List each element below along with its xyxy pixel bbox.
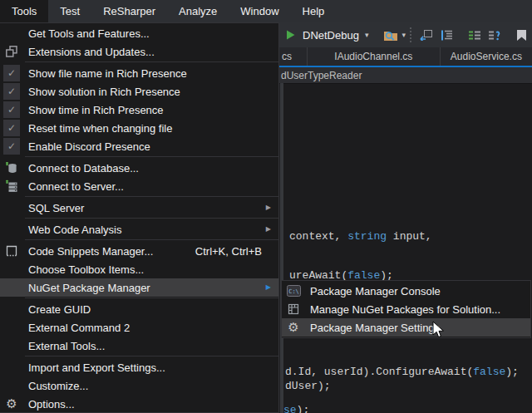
menu-item-web-code-analysis[interactable]: Web Code Analysis▶ [0,220,278,238]
menu-item-create-guid[interactable]: Create GUID [0,300,278,318]
menubar-item-analyze[interactable]: Analyze [167,0,229,22]
tab-iaudiochannel-cs[interactable]: IAudioChannel.cs [308,47,441,66]
menu-item-nuget-package-manager[interactable]: NuGet Package Manager▶ [0,278,278,297]
checkmark-icon: ✓ [3,101,20,118]
uncomment-icon [488,30,501,41]
menu-item-gutter [2,43,21,60]
menubar-item-label: Window [240,5,278,17]
menu-item-gutter [2,337,21,354]
menu-item-label: Options... [28,398,75,411]
menu-item-manage-nuget-packages-for-solution[interactable]: Manage NuGet Packages for Solution... [282,300,530,318]
submenu-arrow-icon: ▶ [266,284,271,291]
nuget-box-icon [287,302,300,316]
menu-item-get-tools-and-features[interactable]: Get Tools and Features... [0,24,278,42]
menu-item-gutter [2,25,21,42]
menu-item-label: Package Manager Console [310,285,441,297]
menu-separator [25,297,278,298]
menu-item-choose-toolbox-items[interactable]: Choose Toolbox Items... [0,260,278,278]
svg-text:C:\: C:\ [288,288,299,295]
menu-item-gutter [2,301,21,317]
menubar-item-resharper[interactable]: ReSharper [91,0,167,22]
menu-item-gutter [2,221,21,238]
menu-item-gutter: C:\ [284,283,303,299]
menu-item-gutter [2,319,21,336]
format-document-button[interactable] [437,25,456,45]
code-text: ); [505,366,519,378]
tab-label: IAudioChannel.cs [334,51,412,62]
tools-menu: Get Tools and Features...Extensions and … [0,22,279,413]
snippets-icon [5,244,18,258]
find-dropdown-caret[interactable]: ▾ [401,32,406,39]
breadcrumb-text: dUserTypeReader [281,70,362,81]
menubar-item-help[interactable]: Help [291,0,337,22]
menu-item-gutter [2,377,21,394]
code-text: dUser); [285,380,331,392]
editor-left-edge [280,83,283,413]
menu-item-code-snippets-manager[interactable]: Code Snippets Manager...Ctrl+K, Ctrl+B [0,242,278,260]
code-line: d.Id, userId).ConfigureAwait(false); [285,366,519,379]
gear-icon: ⚙ [6,398,17,411]
copy-lines-icon [440,29,453,42]
menu-item-connect-to-database[interactable]: Connect to Database... [0,159,278,177]
menu-item-label: External Command 2 [28,322,130,334]
menu-item-extensions-and-updates[interactable]: Extensions and Updates... [0,42,278,61]
toolbar-gripper[interactable] [410,27,411,42]
menubar: ToolsTestReSharperAnalyzeWindowHelp [0,0,532,22]
menu-item-enable-discord-presence[interactable]: ✓Enable Discord Presence [0,137,278,155]
menubar-item-label: Analyze [179,5,217,17]
toggle-bookmark-button[interactable] [514,25,530,45]
menu-item-gutter: ✓ [2,83,21,100]
menu-item-package-manager-console[interactable]: C:\Package Manager Console [282,282,530,300]
menu-item-external-command-2[interactable]: External Command 2 [0,318,278,337]
menu-item-options[interactable]: ⚙Options... [0,395,278,413]
run-config-label: DNetDebug [303,29,359,42]
menu-item-label: Import and Export Settings... [28,361,165,374]
menu-item-show-file-name-in-rich-presence[interactable]: ✓Show file name in Rich Presence [0,64,278,82]
code-editor[interactable] [280,83,532,413]
menu-item-import-and-export-settings[interactable]: Import and Export Settings... [0,358,278,376]
mouse-cursor [432,321,446,343]
menu-item-package-manager-settings[interactable]: ⚙Package Manager Settings [282,318,530,337]
checkmark-icon: ✓ [3,65,20,81]
menu-item-show-solution-in-rich-presence[interactable]: ✓Show solution in Rich Presence [0,82,278,101]
menu-item-reset-time-when-changing-file[interactable]: ✓Reset time when changing file [0,119,278,137]
menu-item-gutter: ⚙ [2,396,21,412]
uncomment-lines-button[interactable] [485,25,504,45]
menu-item-customize[interactable]: Customize... [0,376,278,395]
code-line: context, string input, [289,230,432,243]
tab-audioservice-cs[interactable]: AudioService.cs [441,47,532,66]
find-in-files-button[interactable] [381,25,401,45]
menu-item-label: Show time in Rich Presence [28,104,164,116]
menubar-item-tools[interactable]: Tools [0,0,48,22]
menu-item-label: Extensions and Updates... [28,46,155,58]
run-config-combo[interactable]: DNetDebug▾ [299,25,372,45]
menu-item-sql-server[interactable]: SQL Server▶ [0,199,278,217]
menu-item-show-time-in-rich-presence[interactable]: ✓Show time in Rich Presence [0,101,278,119]
menu-item-label: Show solution in Rich Presence [28,86,180,98]
menu-item-gutter [2,261,21,278]
menu-item-gutter: ⚙ [284,319,303,336]
tab-label: cs [282,51,292,62]
menu-item-label: NuGet Package Manager [28,282,150,294]
chevron-down-icon: ▾ [365,32,369,39]
navigate-backward-button[interactable] [416,25,436,45]
menu-item-external-tools[interactable]: External Tools... [0,337,278,355]
tab-cs[interactable]: cs [280,47,308,66]
menu-item-shortcut: Ctrl+K, Ctrl+B [195,245,278,258]
server-icon [5,179,18,193]
menubar-item-window[interactable]: Window [229,0,290,22]
comment-lines-button[interactable] [466,25,484,45]
menu-item-label: Enable Discord Presence [28,140,150,153]
menu-item-connect-to-server[interactable]: Connect to Server... [0,177,278,195]
menu-item-gutter: ✓ [2,138,21,155]
start-debug-button[interactable] [283,25,298,45]
menu-item-label: Manage NuGet Packages for Solution... [310,303,500,316]
menu-item-label: Create GUID [28,303,91,316]
menu-item-label: Reset time when changing file [28,122,172,135]
nav-back-icon [419,29,433,41]
gear-icon: ⚙ [288,322,298,334]
menubar-item-test[interactable]: Test [48,0,91,22]
menu-separator [25,196,278,197]
code-text: context, [289,230,347,243]
menu-separator [25,61,278,62]
